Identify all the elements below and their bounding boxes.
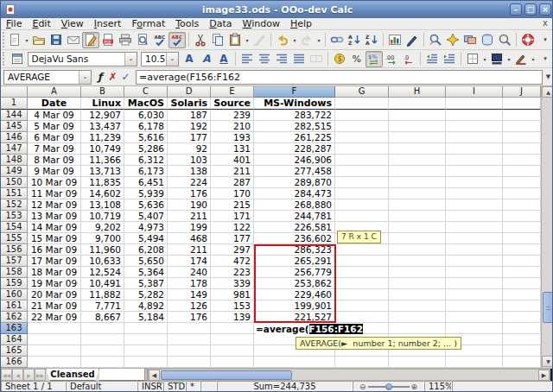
- cell[interactable]: [389, 98, 446, 110]
- cell[interactable]: [389, 188, 446, 199]
- paste-icon[interactable]: [226, 32, 244, 48]
- column-header-b[interactable]: B: [81, 86, 124, 98]
- cell[interactable]: 7 Mar 09: [28, 143, 81, 155]
- cell[interactable]: [28, 357, 81, 368]
- background-color-dropdown-icon[interactable]: ▾: [505, 51, 512, 67]
- vertical-scrollbar-thumb[interactable]: [543, 292, 553, 323]
- cell[interactable]: [335, 166, 389, 177]
- cell[interactable]: 5,939: [124, 188, 168, 199]
- scroll-up-icon[interactable]: ▲: [542, 86, 553, 98]
- cell[interactable]: 190: [168, 199, 211, 211]
- help-icon[interactable]: [519, 32, 537, 48]
- menu-insert[interactable]: Insert: [89, 18, 127, 30]
- cell[interactable]: 178: [168, 278, 211, 289]
- cell[interactable]: 981: [211, 289, 254, 300]
- cell[interactable]: Source: [211, 98, 254, 110]
- background-color-icon[interactable]: [488, 51, 505, 67]
- chevron-down-icon[interactable]: ⌄: [166, 53, 178, 66]
- cell[interactable]: 12 Mar 09: [28, 199, 81, 211]
- zoom-slider-track[interactable]: [368, 386, 410, 388]
- cell[interactable]: [503, 334, 541, 345]
- cell[interactable]: 239: [211, 110, 254, 121]
- cell[interactable]: [446, 188, 503, 199]
- draw-functions-icon[interactable]: [404, 32, 421, 48]
- close-document-icon[interactable]: x: [543, 18, 548, 28]
- cell[interactable]: [446, 110, 503, 121]
- cell[interactable]: 187: [168, 110, 211, 121]
- cell[interactable]: 5,364: [124, 267, 168, 278]
- toolbar-overflow-icon[interactable]: ▾: [537, 32, 553, 48]
- cell[interactable]: 5,650: [124, 256, 168, 267]
- cell[interactable]: 6,030: [124, 110, 168, 121]
- cell[interactable]: [446, 289, 503, 300]
- cut-icon[interactable]: [192, 32, 209, 48]
- row-header-151[interactable]: 151: [1, 188, 28, 199]
- export-pdf-icon[interactable]: PDF: [99, 32, 117, 48]
- align-justify-icon[interactable]: [290, 51, 308, 67]
- cell[interactable]: [503, 267, 541, 278]
- cell[interactable]: 9 Mar 09: [28, 166, 81, 177]
- paste-dropdown-icon[interactable]: ▾: [244, 32, 251, 48]
- undo-icon[interactable]: [274, 32, 291, 48]
- cell[interactable]: [81, 345, 124, 357]
- navigator-icon[interactable]: [444, 32, 461, 48]
- cell[interactable]: 286,323: [254, 244, 335, 256]
- cell[interactable]: 138: [168, 166, 211, 177]
- cell[interactable]: 14 Mar 09: [28, 222, 81, 233]
- row-header-156[interactable]: 156: [1, 244, 28, 256]
- cell[interactable]: [124, 345, 168, 357]
- cell[interactable]: 6,451: [124, 177, 168, 188]
- cell[interactable]: 10 Mar 09: [28, 177, 81, 188]
- spellcheck-icon[interactable]: ABC: [151, 32, 168, 48]
- cell[interactable]: Linux: [81, 98, 124, 110]
- cell[interactable]: [503, 357, 541, 368]
- row-header-162[interactable]: 162: [1, 312, 28, 323]
- delete-decimal-icon[interactable]: .0: [400, 51, 417, 67]
- cell[interactable]: 215: [211, 199, 254, 211]
- cell[interactable]: [503, 132, 541, 143]
- next-sheet-button[interactable]: ▶: [23, 369, 35, 381]
- row-header-153[interactable]: 153: [1, 211, 28, 222]
- cell[interactable]: [389, 121, 446, 132]
- cell[interactable]: 4,973: [124, 222, 168, 233]
- cell[interactable]: [446, 98, 503, 110]
- cell[interactable]: [503, 289, 541, 300]
- cell[interactable]: 282,515: [254, 121, 335, 132]
- row-header-161[interactable]: 161: [1, 300, 28, 312]
- cell[interactable]: MacOS: [124, 98, 168, 110]
- cell[interactable]: [389, 323, 446, 334]
- new-document-icon[interactable]: [6, 32, 23, 48]
- menu-tools[interactable]: Tools: [170, 18, 204, 30]
- cell[interactable]: [335, 177, 389, 188]
- cell[interactable]: 5,387: [124, 278, 168, 289]
- cell[interactable]: 7,771: [81, 300, 124, 312]
- last-sheet-button[interactable]: ▶▶: [35, 369, 46, 381]
- scroll-left-icon[interactable]: ◀: [149, 370, 160, 381]
- formula-bar-expand-icon[interactable]: ▼: [543, 73, 553, 80]
- cell[interactable]: [168, 334, 211, 345]
- border-color-icon[interactable]: [512, 51, 530, 67]
- cell[interactable]: 11,882: [81, 289, 124, 300]
- bold-icon[interactable]: A: [181, 51, 198, 67]
- cell[interactable]: [81, 357, 124, 368]
- column-header-a[interactable]: A: [28, 86, 81, 98]
- cell[interactable]: 122: [211, 222, 254, 233]
- row-header-154[interactable]: 154: [1, 222, 28, 233]
- cell[interactable]: 199,901: [254, 300, 335, 312]
- cell[interactable]: 401: [211, 155, 254, 166]
- cell[interactable]: 5,494: [124, 233, 168, 244]
- cell[interactable]: [446, 222, 503, 233]
- border-color-dropdown-icon[interactable]: ▾: [530, 51, 537, 67]
- hyperlink-icon[interactable]: [328, 32, 346, 48]
- borders-icon[interactable]: [464, 51, 481, 67]
- cell[interactable]: 139: [211, 312, 254, 323]
- sheet-tab-cleansed[interactable]: Cleansed: [46, 369, 99, 381]
- cell[interactable]: 210: [211, 121, 254, 132]
- cell[interactable]: [389, 143, 446, 155]
- format-currency-icon[interactable]: $: [331, 51, 348, 67]
- cell[interactable]: 284,473: [254, 188, 335, 199]
- toolbar-overflow-icon[interactable]: ▾: [537, 51, 553, 67]
- cell[interactable]: [211, 357, 254, 368]
- scroll-down-icon[interactable]: ▼: [542, 356, 553, 367]
- find-replace-icon[interactable]: [427, 32, 444, 48]
